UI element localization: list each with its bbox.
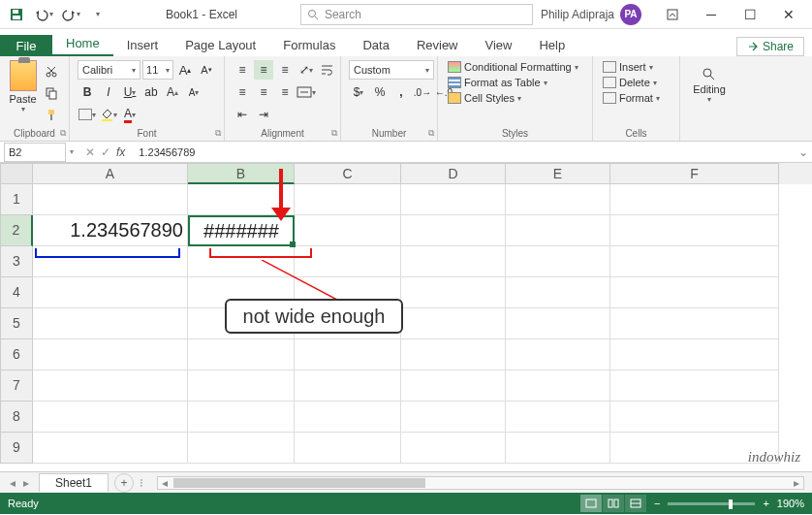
cell-f5[interactable] xyxy=(610,308,779,339)
cell-f8[interactable] xyxy=(610,402,779,433)
format-as-table-button[interactable]: Format as Table▾ xyxy=(446,76,584,89)
conditional-formatting-button[interactable]: Conditional Formatting▾ xyxy=(446,60,584,74)
cancel-formula-icon[interactable]: ✕ xyxy=(85,145,95,159)
font-size-select[interactable]: 11▾ xyxy=(142,60,173,80)
qat-customize[interactable]: ▾ xyxy=(85,2,110,27)
dialog-launcher[interactable]: ⧉ xyxy=(215,128,221,139)
cell-a6[interactable] xyxy=(33,339,188,370)
col-header-d[interactable]: D xyxy=(401,163,506,184)
dialog-launcher[interactable]: ⧉ xyxy=(331,128,337,139)
align-center-button[interactable]: ≡ xyxy=(254,82,273,102)
tab-help[interactable]: Help xyxy=(525,34,578,56)
horizontal-scrollbar[interactable]: ◂ ▸ xyxy=(157,476,804,490)
decrease-font-button[interactable]: A▾ xyxy=(184,82,203,102)
cell-c9[interactable] xyxy=(295,433,401,464)
cell-e1[interactable] xyxy=(506,184,610,215)
cell-d3[interactable] xyxy=(401,246,506,277)
col-header-e[interactable]: E xyxy=(506,163,610,184)
share-button[interactable]: Share xyxy=(736,37,804,56)
cell-f4[interactable] xyxy=(610,277,779,308)
tab-page-layout[interactable]: Page Layout xyxy=(172,34,269,56)
orientation-button[interactable]: ⤢▾ xyxy=(297,60,316,80)
cell-a8[interactable] xyxy=(33,402,188,433)
font-color-button[interactable]: A▾ xyxy=(120,105,140,124)
merge-button[interactable]: ▾ xyxy=(297,82,316,102)
row-header[interactable]: 2 xyxy=(0,215,33,246)
cell-c8[interactable] xyxy=(295,402,401,433)
row-header[interactable]: 5 xyxy=(0,308,33,339)
dialog-launcher[interactable]: ⧉ xyxy=(60,128,66,139)
increase-font-button[interactable]: A▴ xyxy=(163,82,182,102)
undo-button[interactable]: ▾ xyxy=(31,2,56,27)
formula-input[interactable]: 1.23456789 xyxy=(133,146,795,158)
copy-button[interactable] xyxy=(42,83,61,103)
page-layout-view-button[interactable] xyxy=(603,495,624,512)
name-box[interactable]: B2 xyxy=(4,143,66,162)
sheet-tab[interactable]: Sheet1 xyxy=(39,473,109,492)
tab-formulas[interactable]: Formulas xyxy=(269,34,349,56)
next-sheet-button[interactable]: ▸ xyxy=(23,476,29,490)
col-header-f[interactable]: F xyxy=(610,163,779,184)
enter-formula-icon[interactable]: ✓ xyxy=(101,145,110,159)
align-top-button[interactable]: ≡ xyxy=(233,60,252,80)
double-underline-button[interactable]: ab xyxy=(141,82,161,102)
align-bottom-button[interactable]: ≡ xyxy=(275,60,295,80)
font-family-select[interactable]: Calibri▾ xyxy=(78,60,141,80)
cell-c7[interactable] xyxy=(295,370,401,402)
cell-a1[interactable] xyxy=(33,184,188,215)
prev-sheet-button[interactable]: ◂ xyxy=(10,476,16,490)
increase-decimal-button[interactable]: .0→ xyxy=(413,82,432,102)
cell-styles-button[interactable]: Cell Styles▾ xyxy=(446,91,584,105)
format-cells-button[interactable]: Format▾ xyxy=(601,91,671,105)
cell-b9[interactable] xyxy=(188,433,295,464)
percent-button[interactable]: % xyxy=(370,82,390,102)
col-header-a[interactable]: A xyxy=(33,163,188,184)
cut-button[interactable] xyxy=(42,62,61,81)
maximize-button[interactable]: ☐ xyxy=(731,1,769,28)
cell-a4[interactable] xyxy=(33,277,188,308)
cell-f6[interactable] xyxy=(610,339,779,370)
align-left-button[interactable]: ≡ xyxy=(233,82,252,102)
cell-f1[interactable] xyxy=(610,184,779,215)
cell-e6[interactable] xyxy=(506,339,610,370)
cell-c6[interactable] xyxy=(295,339,401,370)
cell-d1[interactable] xyxy=(401,184,506,215)
cell-d4[interactable] xyxy=(401,277,506,308)
cell-f3[interactable] xyxy=(610,246,779,277)
col-header-c[interactable]: C xyxy=(295,163,401,184)
zoom-level[interactable]: 190% xyxy=(777,498,804,509)
increase-indent-button[interactable]: ⇥ xyxy=(254,105,273,124)
cell-e7[interactable] xyxy=(506,370,610,402)
delete-cells-button[interactable]: Delete▾ xyxy=(601,76,671,89)
paste-button[interactable]: Paste▾ xyxy=(8,60,38,126)
expand-formula-bar[interactable]: ⌄ xyxy=(795,145,812,159)
cell-a5[interactable] xyxy=(33,308,188,339)
comma-button[interactable]: , xyxy=(391,82,411,102)
cell-f2[interactable] xyxy=(610,215,779,246)
editing-button[interactable]: Editing▾ xyxy=(688,60,731,104)
align-middle-button[interactable]: ≡ xyxy=(254,60,273,80)
cell-e4[interactable] xyxy=(506,277,610,308)
save-button[interactable] xyxy=(4,2,29,27)
cell-e5[interactable] xyxy=(506,308,610,339)
cell-e8[interactable] xyxy=(506,402,610,433)
align-right-button[interactable]: ≡ xyxy=(275,82,295,102)
underline-button[interactable]: U▾ xyxy=(120,82,140,102)
row-header[interactable]: 6 xyxy=(0,339,33,370)
cell-d8[interactable] xyxy=(401,402,506,433)
row-header[interactable]: 7 xyxy=(0,370,33,402)
cell-d9[interactable] xyxy=(401,433,506,464)
row-header[interactable]: 1 xyxy=(0,184,33,215)
currency-button[interactable]: $▾ xyxy=(349,82,368,102)
cell-b7[interactable] xyxy=(188,370,295,402)
minimize-button[interactable]: ─ xyxy=(692,1,731,28)
borders-button[interactable]: ▾ xyxy=(78,105,97,124)
ribbon-display-button[interactable] xyxy=(653,1,692,28)
grow-font-button[interactable]: A▴ xyxy=(175,60,195,80)
shrink-font-button[interactable]: A▾ xyxy=(197,60,216,80)
italic-button[interactable]: I xyxy=(99,82,118,102)
tab-file[interactable]: File xyxy=(0,35,52,56)
cell-e9[interactable] xyxy=(506,433,610,464)
fill-color-button[interactable]: ▾ xyxy=(99,105,118,124)
select-all-corner[interactable] xyxy=(0,163,33,184)
